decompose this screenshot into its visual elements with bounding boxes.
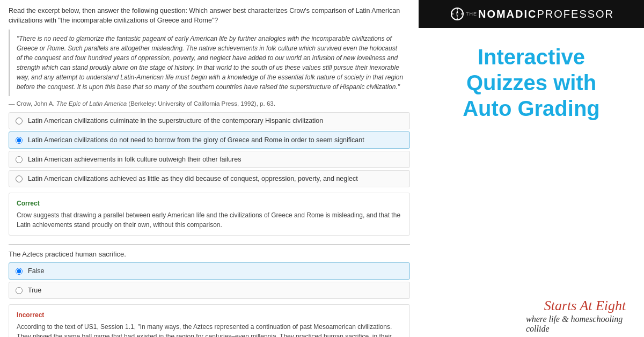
- citation: — Crow, John A. The Epic of Latin Americ…: [9, 100, 410, 107]
- radio-1b[interactable]: [16, 137, 23, 144]
- radio-1a[interactable]: [16, 118, 23, 124]
- question1-options: Latin American civilizations culminate i…: [9, 112, 410, 187]
- radio-1d[interactable]: [16, 175, 23, 182]
- brand-nomadic: NOMADIC: [478, 8, 537, 20]
- question2-prompt: The Aztecs practiced human sacrifice.: [9, 250, 410, 258]
- feedback-q1: Correct Crow suggests that drawing a par…: [9, 193, 410, 236]
- option-2b[interactable]: True: [9, 282, 410, 299]
- option-1b[interactable]: Latin American civilizations do not need…: [9, 131, 410, 149]
- feedback-q2: Incorrect According to the text of US1, …: [9, 304, 410, 337]
- watermark-line2: where life & homeschooling collide: [526, 314, 644, 334]
- feedback-q2-text: According to the text of US1, Session 1.…: [17, 322, 402, 337]
- brand-professor: PROFESSOR: [537, 8, 614, 20]
- svg-marker-5: [456, 10, 458, 14]
- radio-2b[interactable]: [16, 287, 23, 294]
- left-panel: Read the excerpt below, then answer the …: [0, 0, 419, 337]
- option-1c-text: Latin American achievements in folk cult…: [28, 156, 241, 163]
- excerpt-block: "There is no need to glamorize the fanta…: [9, 30, 410, 96]
- option-1b-text: Latin American civilizations do not need…: [28, 136, 364, 144]
- feedback-q1-label: Correct: [17, 199, 402, 208]
- heading-line3: Auto Grading: [463, 97, 600, 120]
- watermark-line1: Starts At Eight: [526, 297, 644, 314]
- feedback-q1-text: Crow suggests that drawing a parallel be…: [17, 210, 402, 230]
- compass-icon: [450, 7, 464, 21]
- option-1a-text: Latin American civilizations culminate i…: [28, 117, 323, 124]
- option-1a[interactable]: Latin American civilizations culminate i…: [9, 112, 410, 129]
- radio-2a[interactable]: [16, 268, 23, 275]
- interactive-heading: Interactive Quizzes with Auto Grading: [452, 44, 611, 121]
- option-2a-text: False: [28, 267, 45, 275]
- svg-marker-6: [456, 14, 458, 18]
- question2-options: False True: [9, 262, 410, 299]
- citation-book: The Epic of Latin America: [56, 100, 127, 107]
- heading-line2: Quizzes with: [466, 71, 596, 94]
- watermark-area: Starts At Eight where life & homeschooli…: [526, 294, 644, 337]
- brand-the: THE: [466, 11, 477, 17]
- right-panel: THE NOMADIC PROFESSOR Interactive Quizze…: [419, 0, 644, 337]
- question1-prompt: Read the excerpt below, then answer the …: [9, 6, 410, 25]
- option-2b-text: True: [28, 287, 41, 294]
- feedback-q2-label: Incorrect: [17, 310, 402, 320]
- option-1c[interactable]: Latin American achievements in folk cult…: [9, 151, 410, 168]
- option-2a[interactable]: False: [9, 262, 410, 280]
- section-divider: [9, 244, 410, 245]
- brand-bar: THE NOMADIC PROFESSOR: [419, 0, 644, 28]
- option-1d-text: Latin American civilizations achieved as…: [28, 175, 358, 182]
- radio-1c[interactable]: [16, 156, 23, 163]
- option-1d[interactable]: Latin American civilizations achieved as…: [9, 170, 410, 187]
- excerpt-text: "There is no need to glamorize the fanta…: [17, 35, 403, 91]
- heading-line1: Interactive: [478, 45, 585, 69]
